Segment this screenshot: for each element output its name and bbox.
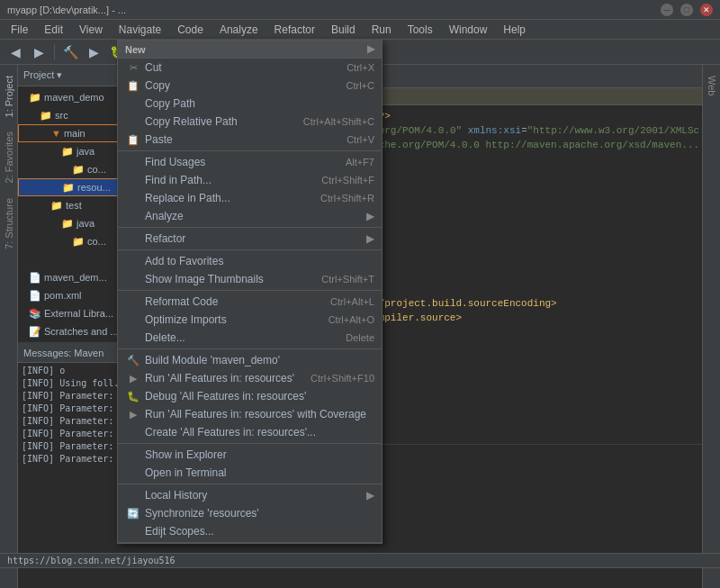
- menu-bar: File Edit View Navigate Code Analyze Ref…: [0, 20, 720, 40]
- tree-label: test: [66, 200, 82, 211]
- tree-label: src: [55, 110, 68, 121]
- cm-replace-in-path[interactable]: Replace in Path... Ctrl+Shift+R: [118, 189, 382, 207]
- tree-label: main: [64, 128, 86, 139]
- coverage-icon: ▶: [125, 409, 141, 421]
- menu-edit[interactable]: Edit: [37, 22, 70, 38]
- cm-sep4: [118, 290, 382, 291]
- cm-sep8: [118, 542, 382, 543]
- tree-label: External Libra...: [44, 308, 113, 319]
- sidebar-tab-web[interactable]: Web: [705, 68, 719, 103]
- cm-run-coverage[interactable]: ▶ Run 'All Features in: resources' with …: [118, 405, 382, 423]
- cm-create-all[interactable]: Create 'All Features in: resources'...: [118, 423, 382, 441]
- cm-analyze[interactable]: Analyze ▶: [118, 207, 382, 225]
- toolbar-build[interactable]: 🔨: [60, 42, 80, 62]
- xml-icon: 📄: [29, 290, 41, 302]
- new-label: New: [125, 44, 146, 55]
- sidebar-tab-structure[interactable]: 7: Structure: [2, 191, 16, 257]
- cm-run-all[interactable]: ▶ Run 'All Features in: resources' Ctrl+…: [118, 369, 382, 387]
- cm-copy-path[interactable]: Copy Path: [118, 95, 382, 113]
- cm-find-in-path[interactable]: Find in Path... Ctrl+Shift+F: [118, 171, 382, 189]
- folder-icon: 📁: [29, 92, 41, 104]
- maximize-button[interactable]: □: [680, 4, 693, 16]
- cm-sep7: [118, 484, 382, 484]
- cm-paste[interactable]: 📋 Paste Ctrl+V: [118, 131, 382, 149]
- folder-icon: 📁: [40, 110, 52, 122]
- cm-refactor[interactable]: Refactor ▶: [118, 230, 382, 248]
- folder-icon: 📁: [61, 218, 74, 230]
- right-side-tabs: Web: [702, 65, 720, 588]
- menu-analyze[interactable]: Analyze: [212, 22, 266, 38]
- tree-label: pom.xml: [44, 290, 82, 301]
- messages-label: Messages: Maven: [23, 348, 104, 358]
- cm-sep2: [118, 227, 382, 228]
- cm-sep1: [118, 150, 382, 151]
- context-menu: New ▶ ✂ Cut Ctrl+X 📋 Copy Ctrl+C Copy Pa…: [117, 40, 382, 544]
- folder-icon: 📁: [72, 164, 85, 176]
- cm-reformat[interactable]: Reformat Code Ctrl+Alt+L: [118, 293, 382, 311]
- cm-edit-scopes[interactable]: Edijt Scopes...: [118, 522, 382, 540]
- library-icon: 📚: [29, 308, 41, 320]
- menu-refactor[interactable]: Refactor: [267, 22, 322, 38]
- title-bar: myapp [D:\dev\pratik...] - ... ─ □ ✕: [0, 0, 720, 20]
- toolbar-forward[interactable]: ▶: [29, 42, 49, 62]
- menu-run[interactable]: Run: [364, 22, 399, 38]
- file-icon: 📄: [29, 272, 41, 284]
- tree-label: co...: [87, 236, 106, 247]
- tree-label: co...: [87, 164, 106, 175]
- info-text: https://blog.csdn.net/jiayou516: [7, 556, 176, 565]
- cm-optimize-imports[interactable]: Optimize Imports Ctrl+Alt+O: [118, 311, 382, 329]
- menu-view[interactable]: View: [72, 22, 110, 38]
- info-bar: https://blog.csdn.net/jiayou516: [0, 553, 720, 568]
- folder-icon: 📁: [62, 182, 75, 194]
- cm-local-history[interactable]: Local History ▶: [118, 486, 382, 504]
- tree-label: java: [76, 218, 94, 229]
- cm-copy-relative[interactable]: Copy Relative Path Ctrl+Alt+Shift+C: [118, 113, 382, 131]
- menu-build[interactable]: Build: [324, 22, 363, 38]
- cm-build-module[interactable]: 🔨 Build Module 'maven_demo': [118, 351, 382, 369]
- debug-icon: 🐛: [125, 391, 141, 403]
- folder-icon: ▼: [51, 128, 61, 139]
- cm-add-favorites[interactable]: Add to Favorites: [118, 252, 382, 270]
- toolbar-run[interactable]: ▶: [84, 42, 104, 62]
- menu-help[interactable]: Help: [496, 22, 533, 38]
- tree-label: java: [76, 146, 94, 157]
- folder-icon: 📁: [72, 236, 85, 248]
- cm-copy[interactable]: 📋 Copy Ctrl+C: [118, 77, 382, 95]
- cm-delete[interactable]: Delete... Delete: [118, 329, 382, 347]
- close-button[interactable]: ✕: [700, 4, 713, 16]
- paste-icon: 📋: [125, 134, 141, 146]
- sidebar-tab-project[interactable]: 1: Project: [2, 68, 16, 124]
- menu-tools[interactable]: Tools: [400, 22, 440, 38]
- folder-icon: 📁: [61, 146, 74, 158]
- cm-show-explorer[interactable]: Show in Explorer: [118, 446, 382, 464]
- build-icon: 🔨: [125, 355, 141, 366]
- cm-synchronize[interactable]: 🔄 Synchronize 'resources': [118, 504, 382, 522]
- cm-image-thumbnails[interactable]: Show Image Thumbnails Ctrl+Shift+T: [118, 270, 382, 288]
- menu-code[interactable]: Code: [170, 22, 211, 38]
- folder-icon: 📁: [50, 200, 63, 212]
- arrow-icon: ▶: [366, 210, 374, 222]
- window-title: myapp [D:\dev\pratik...] - ...: [7, 5, 661, 15]
- cm-debug-all[interactable]: 🐛 Debug 'All Features in: resources': [118, 387, 382, 405]
- cm-find-usages[interactable]: Find Usages Alt+F7: [118, 153, 382, 171]
- sync-icon: 🔄: [125, 508, 141, 520]
- arrow-icon: ▶: [366, 489, 374, 502]
- cm-cut[interactable]: ✂ Cut Ctrl+X: [118, 59, 382, 77]
- menu-navigate[interactable]: Navigate: [112, 22, 168, 38]
- menu-file[interactable]: File: [4, 22, 35, 38]
- sidebar-tab-favorites[interactable]: 2: Favorites: [2, 124, 16, 190]
- tree-label: Scratches and ...: [44, 326, 119, 337]
- toolbar-back[interactable]: ◀: [5, 42, 25, 62]
- minimize-button[interactable]: ─: [661, 4, 673, 16]
- cm-open-terminal[interactable]: Open in Terminal: [118, 464, 382, 482]
- run-icon: ▶: [125, 373, 141, 384]
- arrow-right-icon: ▶: [367, 43, 374, 55]
- menu-window[interactable]: Window: [442, 22, 495, 38]
- tree-label: maven_demo: [44, 92, 104, 103]
- window-controls: ─ □ ✕: [661, 4, 713, 16]
- tree-label: resou...: [77, 182, 111, 193]
- tree-label: maven_dem...: [44, 272, 107, 283]
- toolbar-sep1: [54, 44, 55, 60]
- scratches-icon: 📝: [29, 326, 41, 338]
- cm-sep6: [118, 443, 382, 444]
